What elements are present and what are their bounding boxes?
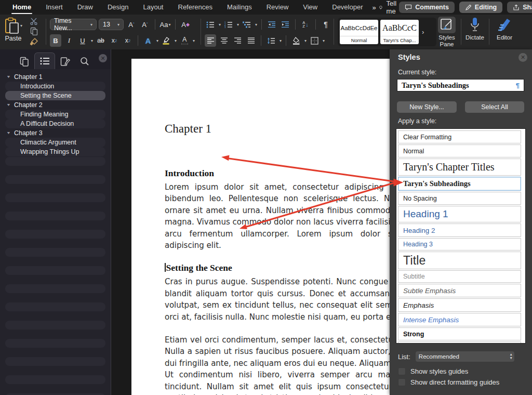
tell-me-label[interactable]: Tell me — [387, 0, 400, 15]
clear-formatting-button[interactable]: A◆ — [180, 18, 191, 31]
nav-setting-the-scene[interactable]: Setting the Scene — [5, 91, 105, 100]
nav-finding-meaning[interactable]: Finding Meaning — [5, 110, 105, 119]
show-paragraph-marks-button[interactable]: ¶ — [320, 18, 331, 31]
nav-climactic-argument[interactable]: Climactic Argument — [5, 138, 105, 147]
style-emphasis[interactable]: Emphasis — [398, 298, 521, 312]
style-quote[interactable]: Quote — [398, 341, 521, 344]
tab-references[interactable]: References — [171, 0, 220, 15]
tab-developer[interactable]: Developer — [325, 0, 370, 15]
justify-button[interactable] — [245, 34, 257, 47]
show-direct-formatting-guides-checkbox[interactable] — [398, 378, 406, 386]
style-subtitle[interactable]: Subtitle — [398, 270, 521, 283]
dictate-button[interactable]: Dictate — [463, 17, 487, 41]
nav-wrapping-things-up[interactable]: Wrapping Things Up — [5, 147, 105, 156]
align-center-button[interactable] — [218, 34, 230, 47]
document-map-tab[interactable] — [34, 52, 55, 69]
gallery-expand-chevron[interactable]: › — [422, 28, 424, 36]
tab-draw[interactable]: Draw — [70, 0, 100, 15]
multilevel-list-chevron[interactable]: ▾ — [255, 22, 257, 27]
tab-insert[interactable]: Insert — [38, 0, 70, 15]
style-title[interactable]: Title — [398, 252, 521, 269]
tab-layout[interactable]: Layout — [136, 0, 170, 15]
sort-button[interactable]: AZ ↓ — [300, 18, 311, 31]
text-effects-button[interactable]: A — [142, 34, 154, 47]
bold-button[interactable]: B — [50, 34, 61, 47]
highlight-chevron[interactable]: ▾ — [175, 38, 177, 43]
tab-design[interactable]: Design — [100, 0, 136, 15]
styles-pane-button[interactable]: Styles Pane — [435, 17, 458, 48]
borders-button[interactable] — [309, 34, 320, 47]
borders-chevron[interactable]: ▾ — [323, 38, 325, 43]
style-taryns-subheadings[interactable]: Taryn's Subheadings — [398, 177, 521, 191]
numbered-list-chevron[interactable]: ▾ — [237, 22, 239, 27]
italic-button[interactable]: I — [63, 34, 75, 47]
style-clear-formatting[interactable]: Clear Formatting — [398, 130, 521, 143]
font-color-chevron[interactable]: ▾ — [193, 38, 195, 43]
share-button[interactable]: Share — [507, 2, 532, 13]
new-style-button[interactable]: New Style... — [397, 101, 457, 113]
navigation-pane-close-icon[interactable]: ✕ — [99, 54, 107, 62]
comments-button[interactable]: Comments — [399, 2, 455, 13]
bullet-list-button[interactable] — [205, 18, 216, 31]
nav-a-difficult-decision[interactable]: A Difficult Decision — [5, 119, 105, 128]
line-spacing-button[interactable] — [265, 34, 277, 47]
shrink-font-button[interactable]: Aˇ — [139, 18, 151, 31]
superscript-button[interactable]: x2 — [122, 34, 134, 47]
align-right-button[interactable] — [232, 34, 243, 47]
tab-review[interactable]: Review — [259, 0, 296, 15]
format-painter-icon[interactable] — [29, 37, 38, 46]
shading-chevron[interactable]: ▾ — [304, 38, 307, 43]
multilevel-list-button[interactable] — [241, 18, 252, 31]
current-style-box[interactable]: Taryn's Subheadings ¶ — [397, 79, 524, 91]
underline-chevron[interactable]: ▾ — [91, 38, 93, 43]
style-card-normal[interactable]: AaBbCcDdEe Normal — [340, 20, 378, 44]
outdent-button[interactable] — [266, 18, 277, 31]
review-tab[interactable] — [55, 54, 75, 69]
chevron-down-icon[interactable]: ▼ — [6, 103, 11, 107]
align-left-button[interactable] — [205, 34, 216, 47]
find-tab[interactable] — [75, 54, 95, 69]
thumbnails-tab[interactable] — [15, 54, 34, 69]
nav-chapter-1[interactable]: ▼Chapter 1 — [0, 72, 111, 82]
text-effects-chevron[interactable]: ▾ — [156, 38, 158, 43]
cut-icon[interactable] — [30, 18, 38, 25]
editor-button[interactable]: Editor — [491, 17, 517, 41]
tab-home[interactable]: Home — [5, 0, 38, 15]
style-intense-emphasis[interactable]: Intense Emphasis — [398, 313, 521, 326]
paste-dropdown-chevron[interactable]: ▾ — [20, 23, 22, 28]
copy-icon[interactable] — [30, 27, 38, 35]
indent-button[interactable] — [280, 18, 291, 31]
chevron-down-icon[interactable]: ▼ — [6, 131, 11, 135]
style-no-spacing[interactable]: No Spacing — [398, 192, 521, 205]
select-all-button[interactable]: Select All — [465, 101, 524, 113]
tab-view[interactable]: View — [296, 0, 325, 15]
font-size-select[interactable]: 13 ▾ — [99, 19, 124, 30]
list-filter-select[interactable]: Recommended ▲▼ — [416, 351, 514, 362]
bullet-list-chevron[interactable]: ▾ — [219, 22, 221, 27]
tab-overflow-chevrons[interactable]: » — [373, 4, 375, 11]
strikethrough-button[interactable]: ab — [95, 34, 107, 47]
style-card-taryns-chapter[interactable]: AaBbCcC Taryn's Chap... — [380, 20, 419, 44]
nav-chapter-3[interactable]: ▼Chapter 3 — [0, 128, 111, 138]
paste-button[interactable]: ▾ Paste — [4, 17, 22, 42]
font-name-select[interactable]: Times New... ▾ — [50, 19, 97, 30]
underline-button[interactable]: U — [77, 34, 88, 47]
numbered-list-button[interactable]: 123 — [223, 18, 234, 31]
chevron-down-icon[interactable]: ▼ — [6, 75, 11, 79]
show-styles-guides-checkbox[interactable] — [398, 367, 406, 375]
nav-chapter-2[interactable]: ▼Chapter 2 — [0, 100, 111, 110]
style-subtle-emphasis[interactable]: Subtle Emphasis — [398, 284, 521, 297]
style-taryns-chapter-titles[interactable]: Taryn's Chapter Titles — [398, 159, 521, 176]
editing-button[interactable]: Editing — [459, 2, 502, 13]
font-color-button[interactable]: A — [179, 34, 190, 47]
style-heading-3[interactable]: Heading 3 — [398, 238, 521, 251]
line-spacing-chevron[interactable]: ▾ — [280, 38, 282, 43]
styles-pane-close-icon[interactable]: ✕ — [518, 53, 527, 62]
nav-introduction[interactable]: Introduction — [5, 82, 105, 91]
grow-font-button[interactable]: Aˆ — [126, 18, 137, 31]
shading-button[interactable] — [290, 34, 302, 47]
tab-mailings[interactable]: Mailings — [220, 0, 259, 15]
highlight-button[interactable] — [161, 34, 172, 47]
style-strong[interactable]: Strong — [398, 327, 521, 340]
subscript-button[interactable]: x2 — [109, 34, 120, 47]
